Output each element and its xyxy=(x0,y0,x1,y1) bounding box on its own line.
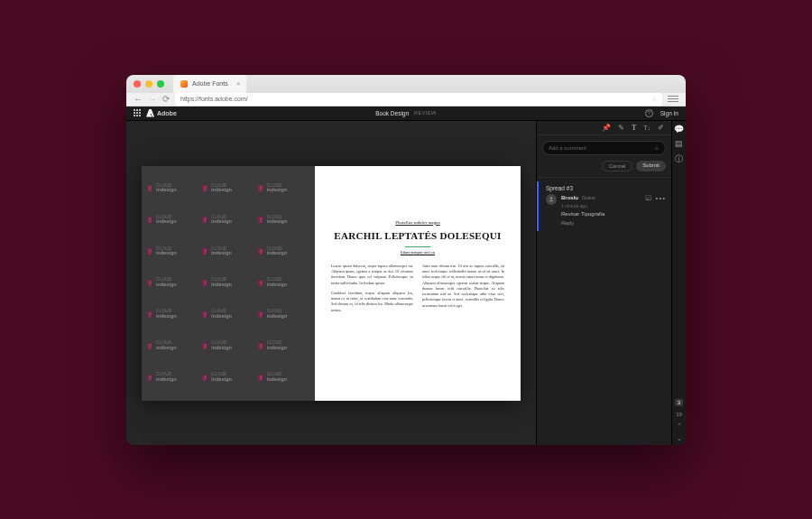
thread-title: Spread #3 xyxy=(546,185,666,191)
indesign-watermark: CLOUDindesign xyxy=(200,173,255,205)
indesign-watermark: CLOUDindesign xyxy=(145,299,200,330)
doc-eyebrow: Phasellus sodales magna xyxy=(395,220,439,225)
page-up-button[interactable]: ⌃ xyxy=(677,422,682,430)
body-p: Lorem ipsum dolorent, neque sapien ullam… xyxy=(331,264,413,286)
maximize-window-button[interactable] xyxy=(157,80,164,88)
app-switcher-icon[interactable] xyxy=(134,109,141,116)
adobe-mark-icon xyxy=(146,109,154,117)
window-controls xyxy=(134,80,164,88)
indesign-watermark: CLOUDindesign xyxy=(200,330,255,362)
spread: CLOUDindesignCLOUDindesignCLOUDindesignC… xyxy=(142,166,521,401)
replace-text-tool-icon[interactable]: T↓ xyxy=(643,125,651,131)
adobe-logo[interactable]: Adobe xyxy=(146,109,177,117)
reply-link[interactable]: Reply xyxy=(561,220,666,226)
project-name[interactable]: Book Design xyxy=(375,110,409,116)
submit-button[interactable]: Submit xyxy=(636,161,666,171)
browser-menu-button[interactable] xyxy=(668,96,678,103)
comment-input[interactable]: Add a comment ☺ xyxy=(542,141,666,155)
body-p: Justo nam dictum nisi. Ut nisi ac sapien… xyxy=(422,264,504,309)
browser-nav: ← → ⟳ https://fonts.adobe.com/ ☆ xyxy=(126,93,686,107)
indesign-watermark: CLOUDindesign xyxy=(256,173,311,205)
sign-in-link[interactable]: Sign In xyxy=(660,110,678,116)
browser-tab[interactable]: Adobe Fonts × xyxy=(173,75,246,93)
resolve-icon[interactable]: ☑ xyxy=(645,194,651,202)
comment-thread[interactable]: Spread #3 Broslu Guest ☑ ••• xyxy=(537,181,671,231)
canvas[interactable]: CLOUDindesignCLOUDindesignCLOUDindesignC… xyxy=(126,121,536,445)
indesign-watermark: CLOUDindesign xyxy=(200,267,255,299)
doc-title: EARCHIL LEPTATÉS DOLESEQUI xyxy=(334,230,501,242)
info-icon[interactable]: ⓘ xyxy=(675,153,683,165)
brand-label: Adobe xyxy=(157,110,177,116)
indesign-watermark: CLOUDindesign xyxy=(145,236,200,267)
draw-tool-icon[interactable]: ✎ xyxy=(618,124,624,132)
body-p: Curabitur tincidunt, neque aliquam aliqu… xyxy=(331,291,413,313)
emoji-icon[interactable]: ☺ xyxy=(654,145,660,151)
comment-placeholder: Add a comment xyxy=(549,145,586,151)
pin-tool-icon[interactable]: 📌 xyxy=(602,124,611,132)
browser-tabstrip: Adobe Fonts × xyxy=(126,75,686,93)
tab-favicon-icon xyxy=(180,80,188,88)
page-right: Phasellus sodales magna EARCHIL LEPTATÉS… xyxy=(315,166,521,401)
doc-divider xyxy=(405,246,430,247)
page-left: CLOUDindesignCLOUDindesignCLOUDindesignC… xyxy=(142,166,315,401)
bookmark-star-icon[interactable]: ☆ xyxy=(651,96,657,103)
url-text: https://fonts.adobe.com/ xyxy=(180,96,248,102)
doc-subtitle: Etiam tempor orci eu xyxy=(401,250,435,255)
indesign-watermark: CLOUDindesign xyxy=(145,267,200,299)
indesign-watermark: CLOUDindesign xyxy=(256,204,311,236)
browser-window: Adobe Fonts × ← → ⟳ https://fonts.adobe.… xyxy=(126,75,686,445)
comment-author: Broslu xyxy=(561,195,578,200)
indesign-watermark: CLOUDindesign xyxy=(145,204,200,236)
more-options-icon[interactable]: ••• xyxy=(656,194,666,202)
indesign-watermark: CLOUDindesign xyxy=(256,236,311,267)
page-number: 19 xyxy=(676,412,682,417)
cancel-button[interactable]: Cancel xyxy=(602,161,633,171)
url-bar[interactable]: https://fonts.adobe.com/ ☆ xyxy=(175,93,662,106)
indesign-watermark: CLOUDindesign xyxy=(256,299,311,330)
doc-body: Lorem ipsum dolorent, neque sapien ullam… xyxy=(331,264,504,318)
pages-icon[interactable]: ▤ xyxy=(675,139,683,148)
back-button[interactable]: ← xyxy=(134,94,143,104)
minimize-window-button[interactable] xyxy=(145,80,152,88)
tab-title: Adobe Fonts xyxy=(192,80,228,87)
help-icon[interactable]: ? xyxy=(645,109,653,117)
indesign-watermark: CLOUDindesign xyxy=(145,362,200,394)
app-header: Adobe Book Design REVIEW ? Sign In xyxy=(126,107,686,121)
indesign-watermark: CLOUDindesign xyxy=(200,236,255,267)
review-mode-label: REVIEW xyxy=(414,110,437,116)
forward-button[interactable]: → xyxy=(148,94,157,104)
comment-role: Guest xyxy=(582,195,595,200)
comment-item: Broslu Guest ☑ ••• 1 minute ago Revisar … xyxy=(546,194,666,226)
close-tab-button[interactable]: × xyxy=(236,79,241,88)
highlight-tool-icon[interactable]: ✐ xyxy=(658,124,664,132)
close-window-button[interactable] xyxy=(134,80,141,88)
reload-button[interactable]: ⟳ xyxy=(162,94,170,104)
indesign-watermark: CLOUDindesign xyxy=(200,299,255,330)
avatar[interactable] xyxy=(546,194,557,205)
indesign-watermark: CLOUDindesign xyxy=(200,204,255,236)
indesign-watermark: CLOUDindesign xyxy=(145,330,200,362)
adobe-app: Adobe Book Design REVIEW ? Sign In CLOUD… xyxy=(126,107,686,445)
text-tool-icon[interactable]: T xyxy=(632,124,636,132)
page-down-button[interactable]: ⌄ xyxy=(677,435,682,442)
indesign-watermark: CLOUDindesign xyxy=(145,173,200,205)
annotation-tools: 📌 ✎ T T↓ ✐ xyxy=(537,121,671,135)
indesign-watermark: CLOUDindesign xyxy=(256,267,311,299)
person-icon xyxy=(548,196,555,203)
app-main: CLOUDindesignCLOUDindesignCLOUDindesignC… xyxy=(126,121,686,445)
comments-panel: 📌 ✎ T T↓ ✐ Add a comment ☺ Cancel Submit… xyxy=(536,121,671,445)
indesign-watermark: CLOUDindesign xyxy=(256,362,311,394)
side-icon-strip: 💬 ▤ ⓘ 3 19 ⌃ ⌄ xyxy=(671,121,686,445)
comment-timestamp: 1 minute ago xyxy=(561,203,666,209)
indesign-watermark: CLOUDindesign xyxy=(200,362,255,394)
comments-icon[interactable]: 💬 xyxy=(674,125,684,134)
indesign-watermark: CLOUDindesign xyxy=(256,330,311,362)
spread-badge[interactable]: 3 xyxy=(675,399,683,406)
comment-text: Revisar Tipografia xyxy=(561,211,666,217)
